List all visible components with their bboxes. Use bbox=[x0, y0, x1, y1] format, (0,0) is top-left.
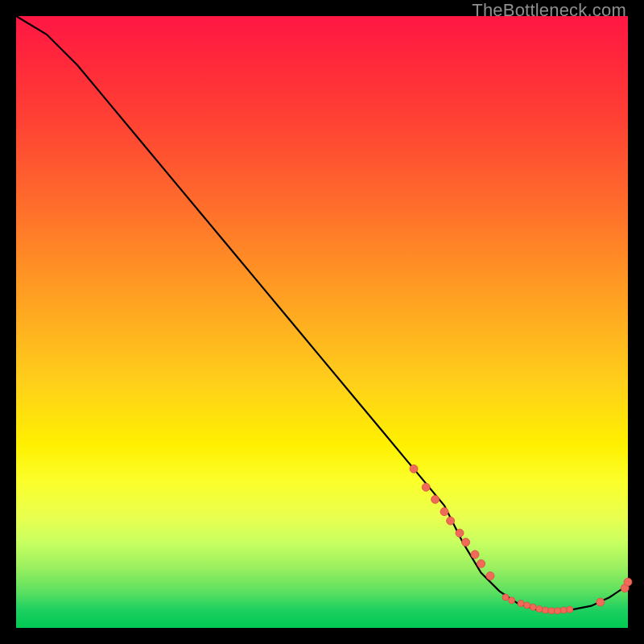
data-marker bbox=[502, 594, 509, 601]
bottleneck-curve bbox=[16, 16, 628, 611]
data-marker bbox=[530, 604, 536, 610]
data-marker bbox=[536, 605, 543, 612]
chart-overlay bbox=[16, 16, 628, 628]
data-marker bbox=[567, 606, 573, 613]
curve-group bbox=[16, 16, 628, 611]
data-marker bbox=[471, 551, 479, 559]
data-marker bbox=[477, 559, 485, 568]
data-marker bbox=[456, 529, 464, 537]
data-marker bbox=[555, 608, 561, 614]
marker-group bbox=[410, 464, 632, 613]
data-marker bbox=[597, 598, 605, 606]
data-marker bbox=[431, 495, 440, 503]
data-marker bbox=[518, 601, 524, 607]
data-marker bbox=[624, 578, 632, 586]
data-marker bbox=[440, 508, 448, 516]
data-marker bbox=[524, 602, 530, 609]
data-marker bbox=[542, 607, 548, 613]
data-marker bbox=[560, 607, 567, 613]
data-marker bbox=[462, 539, 470, 547]
chart-container: TheBottleneck.com bbox=[0, 0, 644, 644]
data-marker bbox=[548, 608, 555, 614]
data-marker bbox=[486, 572, 494, 580]
data-marker bbox=[410, 464, 418, 473]
data-marker bbox=[447, 517, 455, 525]
data-marker bbox=[422, 483, 430, 491]
data-marker bbox=[509, 597, 515, 604]
